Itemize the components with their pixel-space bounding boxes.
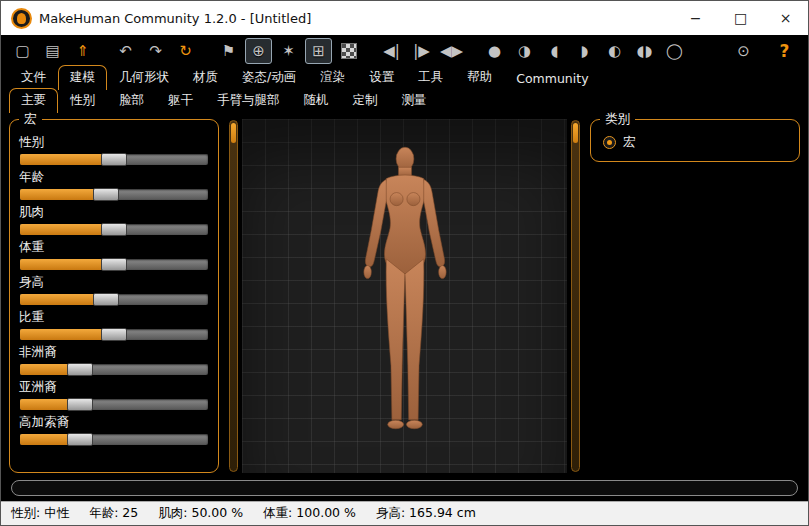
african-slider-track[interactable]	[20, 364, 208, 375]
save-icon[interactable]: ▤	[39, 38, 66, 64]
symmetry-group: ◀| |▶ ◀▶	[378, 38, 465, 64]
view-double-icon[interactable]: ◖◗	[631, 38, 658, 64]
subtab-measure[interactable]: 测量	[390, 88, 439, 113]
status-height: 身高: 165.94 cm	[376, 505, 476, 522]
camera-icon[interactable]: ⊙	[730, 38, 757, 64]
undo-icon[interactable]: ↶	[112, 38, 139, 64]
view-front-icon[interactable]: ●	[481, 38, 508, 64]
muscle-slider-label: 肌肉	[19, 204, 213, 221]
asian-slider-handle[interactable]	[67, 398, 93, 411]
muscle-slider-handle[interactable]	[101, 223, 127, 236]
height-slider-track[interactable]	[20, 294, 208, 305]
african-slider: 非洲裔	[15, 344, 213, 375]
close-button[interactable]: ×	[763, 1, 808, 35]
macro-group-legend: 宏	[19, 111, 42, 128]
african-slider-handle[interactable]	[67, 363, 93, 376]
toolbar: ▢ ▤ ⇑ ↶ ↷ ↻ ⚑ ⊕ ✶ ⊞ ◀| |▶ ◀▶ ● ◑ ◖ ◗ ◐ ◖…	[1, 35, 808, 67]
tab-settings[interactable]: 设置	[357, 65, 406, 90]
weight-slider-handle[interactable]	[101, 258, 127, 271]
load-icon[interactable]: ⇑	[69, 38, 96, 64]
viewport-right-slider[interactable]	[571, 120, 580, 472]
pose-icon[interactable]: ✶	[275, 38, 302, 64]
tab-rendering[interactable]: 渲染	[308, 65, 357, 90]
age-slider-track[interactable]	[20, 189, 208, 200]
checkerboard-icon	[341, 43, 357, 59]
asian-slider-track[interactable]	[20, 399, 208, 410]
wireframe-icon[interactable]: ⊕	[245, 38, 272, 64]
mesh-icon[interactable]: ▢	[9, 38, 36, 64]
slider-fill	[20, 224, 114, 235]
makehuman-window: MakeHuman Community 1.2.0 - [Untitled] −…	[0, 0, 809, 526]
muscle-slider: 肌肉	[15, 204, 213, 235]
viewport-left-slider-thumb[interactable]	[231, 123, 236, 143]
left-panel: 宏 性别 年龄 肌肉	[9, 119, 219, 473]
muscle-slider-track[interactable]	[20, 224, 208, 235]
view-top-icon[interactable]: ◑	[511, 38, 538, 64]
tab-file[interactable]: 文件	[9, 65, 58, 90]
height-slider: 身高	[15, 274, 213, 305]
view-left-icon[interactable]: ◖	[541, 38, 568, 64]
background-icon[interactable]	[335, 38, 362, 64]
caucasian-slider-handle[interactable]	[67, 433, 93, 446]
view-back-icon[interactable]: ◐	[601, 38, 628, 64]
viewport-left-slider[interactable]	[229, 120, 238, 472]
tab-geometries[interactable]: 几何形状	[107, 65, 181, 90]
edit-group: ↶ ↷ ↻	[112, 38, 199, 64]
viewport	[229, 119, 580, 473]
tab-pose-animate[interactable]: 姿态/动画	[230, 65, 308, 90]
gender-slider-handle[interactable]	[101, 153, 127, 166]
african-slider-label: 非洲裔	[19, 344, 213, 361]
camera-view-group: ● ◑ ◖ ◗ ◐ ◖◗ ◯	[481, 38, 688, 64]
reload-icon[interactable]: ↻	[172, 38, 199, 64]
weight-slider-track[interactable]	[20, 259, 208, 270]
weight-slider-label: 体重	[19, 239, 213, 256]
subtab-arms-legs[interactable]: 手臂与腿部	[205, 88, 292, 113]
viewport-canvas[interactable]	[242, 119, 567, 473]
sub-tab-bar: 主要 性别 脸部 躯干 手臂与腿部 随机 定制 测量	[1, 90, 808, 113]
view-right-icon[interactable]: ◗	[571, 38, 598, 64]
proportions-slider-handle[interactable]	[101, 328, 127, 341]
subtab-face[interactable]: 脸部	[107, 88, 156, 113]
macro-group: 宏 性别 年龄 肌肉	[9, 119, 219, 473]
radio-checked-icon[interactable]	[603, 136, 616, 149]
status-muscle: 肌肉: 50.00 %	[158, 505, 243, 522]
subtab-torso[interactable]: 躯干	[156, 88, 205, 113]
gender-slider-track[interactable]	[20, 154, 208, 165]
progress-row	[1, 477, 808, 501]
proportions-slider-track[interactable]	[20, 329, 208, 340]
grid-icon[interactable]: ⊞	[305, 38, 332, 64]
status-bar: 性别: 中性 年龄: 25 肌肉: 50.00 % 体重: 100.00 % 身…	[1, 501, 808, 525]
height-slider-handle[interactable]	[93, 293, 119, 306]
asian-slider-label: 亚洲裔	[19, 379, 213, 396]
window-controls: − □ ×	[673, 1, 808, 35]
help-icon[interactable]: ?	[771, 38, 798, 64]
symmetry-left-icon[interactable]: |▶	[408, 38, 435, 64]
redo-icon[interactable]: ↷	[142, 38, 169, 64]
view-orbit-icon[interactable]: ◯	[661, 38, 688, 64]
main-area: 宏 性别 年龄 肌肉	[1, 113, 808, 477]
maximize-button[interactable]: □	[718, 1, 763, 35]
tab-help[interactable]: 帮助	[455, 65, 504, 90]
gender-slider: 性别	[15, 134, 213, 165]
subtab-custom[interactable]: 定制	[341, 88, 390, 113]
caucasian-slider-track[interactable]	[20, 434, 208, 445]
human-model[interactable]	[339, 143, 470, 461]
viewport-right-slider-thumb[interactable]	[573, 123, 578, 143]
progress-bar	[11, 480, 798, 496]
subtab-main[interactable]: 主要	[9, 88, 58, 113]
age-slider: 年龄	[15, 169, 213, 200]
symmetry-both-icon[interactable]: ◀▶	[438, 38, 465, 64]
window-title: MakeHuman Community 1.2.0 - [Untitled]	[39, 11, 311, 26]
subtab-random[interactable]: 随机	[292, 88, 341, 113]
tab-utilities[interactable]: 工具	[406, 65, 455, 90]
tab-materials[interactable]: 材质	[181, 65, 230, 90]
subtab-gender[interactable]: 性别	[58, 88, 107, 113]
category-option-macro[interactable]: 宏	[599, 132, 791, 153]
age-slider-handle[interactable]	[93, 188, 119, 201]
slider-fill	[20, 329, 114, 340]
tab-community[interactable]: Community	[504, 67, 600, 90]
tab-modelling[interactable]: 建模	[58, 65, 107, 90]
smooth-icon[interactable]: ⚑	[215, 38, 242, 64]
minimize-button[interactable]: −	[673, 1, 718, 35]
symmetry-right-icon[interactable]: ◀|	[378, 38, 405, 64]
